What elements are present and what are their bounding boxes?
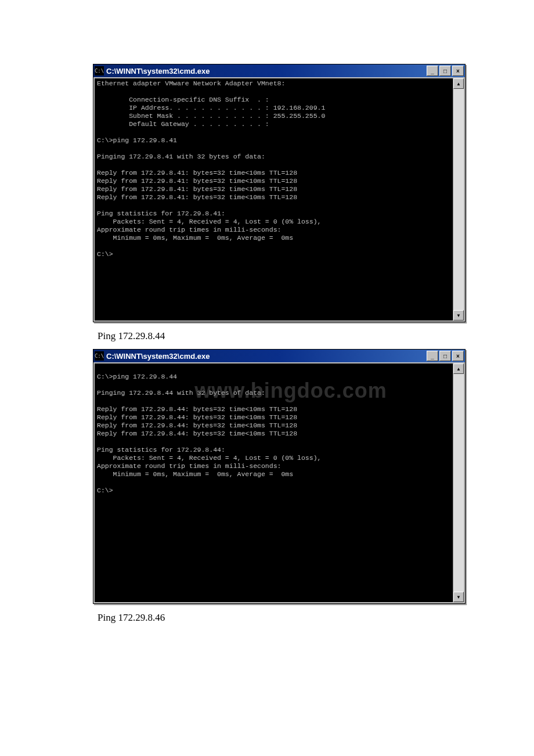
caption-2: Ping 172.29.8.46	[98, 612, 470, 624]
scroll-up-button[interactable]: ▲	[453, 78, 464, 89]
scroll-track[interactable]	[453, 374, 464, 592]
console-output: Ethernet adapter VMware Network Adapter …	[95, 78, 453, 321]
scroll-down-button[interactable]: ▼	[453, 310, 464, 321]
titlebar: C:\ C:\WINNT\system32\cmd.exe _ □ ×	[93, 64, 465, 77]
close-button[interactable]: ×	[452, 66, 464, 76]
maximize-button[interactable]: □	[439, 66, 451, 76]
cmd-window-2: C:\ C:\WINNT\system32\cmd.exe _ □ × C:\>…	[93, 349, 466, 604]
vertical-scrollbar[interactable]: ▲ ▼	[453, 78, 464, 321]
window-title: C:\WINNT\system32\cmd.exe	[106, 67, 427, 75]
console-container: Ethernet adapter VMware Network Adapter …	[93, 77, 465, 322]
window-buttons: _ □ ×	[427, 66, 464, 76]
scroll-track[interactable]	[453, 89, 464, 310]
app-icon: C:\	[95, 351, 104, 361]
scroll-down-button[interactable]: ▼	[453, 592, 464, 602]
minimize-button[interactable]: _	[427, 351, 438, 361]
app-icon: C:\	[95, 66, 104, 75]
titlebar: C:\ C:\WINNT\system32\cmd.exe _ □ ×	[93, 350, 465, 362]
maximize-button[interactable]: □	[439, 351, 451, 361]
caption-1: Ping 172.29.8.44	[98, 330, 470, 342]
window-title: C:\WINNT\system32\cmd.exe	[106, 352, 427, 361]
window-buttons: _ □ ×	[427, 351, 464, 361]
close-button[interactable]: ×	[452, 351, 464, 361]
minimize-button[interactable]: _	[427, 66, 438, 76]
vertical-scrollbar[interactable]: ▲ ▼	[453, 363, 464, 602]
cmd-window-1: C:\ C:\WINNT\system32\cmd.exe _ □ × Ethe…	[93, 64, 466, 322]
console-output: C:\>ping 172.29.8.44 Pinging 172.29.8.44…	[95, 363, 453, 602]
console-container: C:\>ping 172.29.8.44 Pinging 172.29.8.44…	[93, 362, 465, 603]
scroll-up-button[interactable]: ▲	[453, 363, 464, 374]
